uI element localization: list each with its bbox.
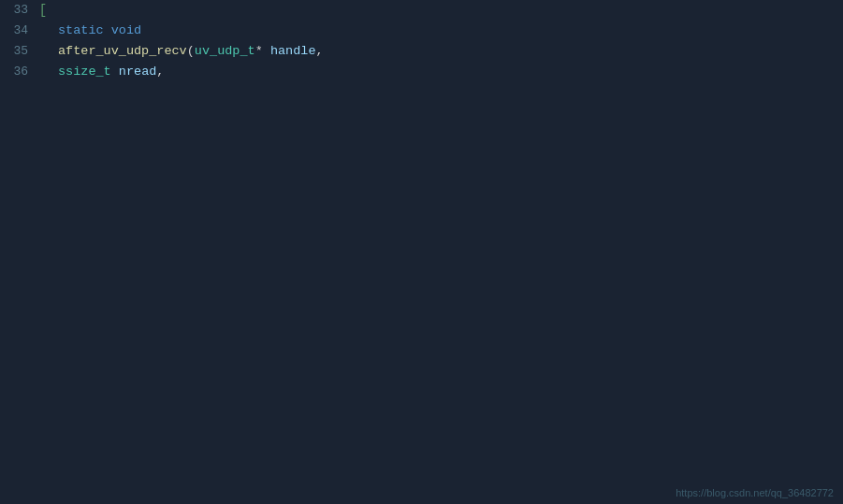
line-content: ssize_t nread,	[51, 62, 843, 82]
fold-indicator	[36, 41, 51, 62]
line-number: 35	[0, 41, 36, 62]
fold-indicator: [	[36, 0, 51, 21]
line-number: 36	[0, 62, 36, 82]
table-row: 36 ssize_t nread,	[0, 62, 843, 82]
line-number: 33	[0, 0, 36, 21]
line-content: static void	[51, 21, 843, 41]
line-content: after_uv_udp_recv(uv_udp_t* handle,	[51, 41, 843, 62]
table-row: 33 [	[0, 0, 843, 21]
table-row: 34 static void	[0, 21, 843, 41]
fold-indicator	[36, 62, 51, 82]
line-number: 34	[0, 21, 36, 41]
line-content	[51, 0, 843, 21]
table-row: 35 after_uv_udp_recv(uv_udp_t* handle,	[0, 41, 843, 62]
watermark: https://blog.csdn.net/qq_36482772	[676, 487, 834, 498]
code-table: 33 [ 34 static void 35 after_uv_udp_recv…	[0, 0, 843, 82]
code-editor: 33 [ 34 static void 35 after_uv_udp_recv…	[0, 0, 843, 504]
fold-indicator	[36, 21, 51, 41]
